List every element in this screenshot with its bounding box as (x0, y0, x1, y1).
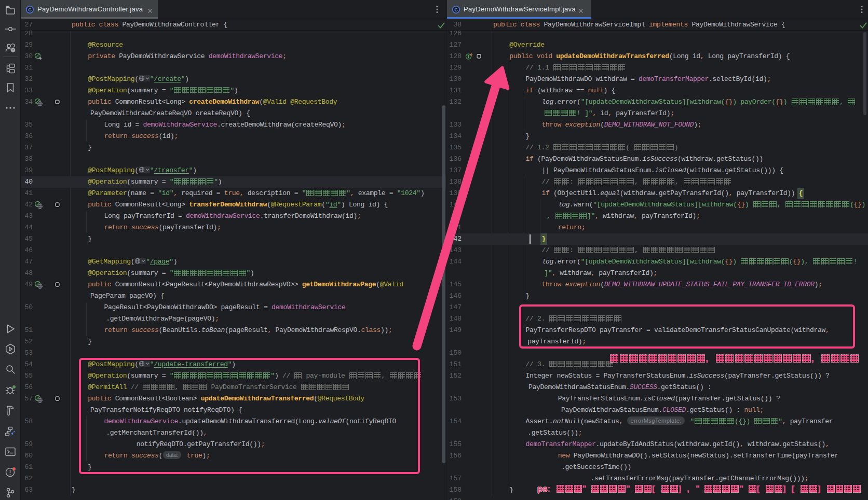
svg-text:C: C (28, 7, 32, 12)
svg-text:C: C (454, 7, 458, 12)
svg-text:?: ? (12, 48, 14, 52)
